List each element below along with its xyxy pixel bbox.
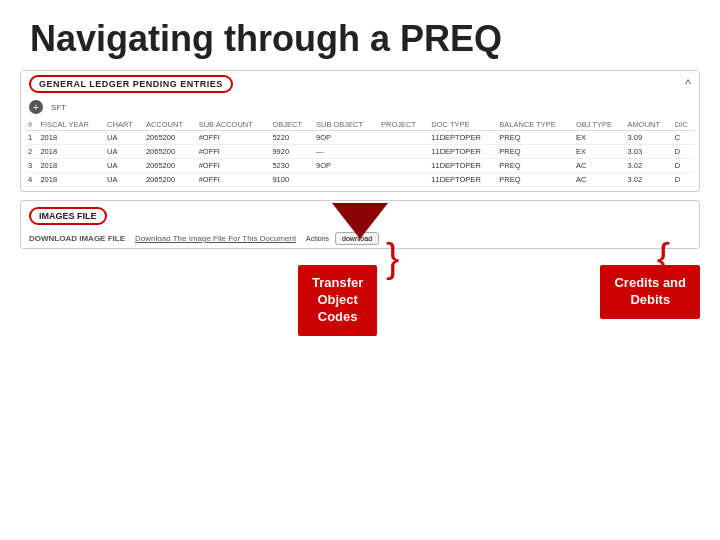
table-cell: 2018: [37, 145, 104, 159]
gl-header: GENERAL LEDGER PENDING ENTRIES ^: [21, 71, 699, 97]
table-cell: AC: [573, 173, 625, 187]
bottom-arrow-icon: [332, 203, 388, 239]
table-cell: 1: [25, 131, 37, 145]
table-cell: [378, 131, 428, 145]
table-cell: 2065200: [143, 131, 196, 145]
main-content: GENERAL LEDGER PENDING ENTRIES ^ + SFT #…: [0, 70, 720, 249]
credits-debits-callout: Credits and Debits: [600, 265, 700, 319]
download-image-link[interactable]: Download The Image File For This Documen…: [135, 234, 296, 243]
page-title: Navigating through a PREQ: [0, 0, 720, 70]
sft-row: + SFT: [21, 97, 699, 117]
collapse-button[interactable]: ^: [685, 77, 691, 91]
table-cell: 2065200: [143, 159, 196, 173]
table-cell: 3: [25, 159, 37, 173]
gl-table-wrapper: # FISCAL YEAR CHART ACCOUNT SUB ACCOUNT …: [21, 117, 699, 191]
col-dc: D/C: [672, 119, 695, 131]
gl-panel: GENERAL LEDGER PENDING ENTRIES ^ + SFT #…: [20, 70, 700, 192]
table-cell: UA: [104, 131, 143, 145]
col-chart: CHART: [104, 119, 143, 131]
col-sub-account: SUB ACCOUNT: [196, 119, 270, 131]
table-row: 32018UA2065200#OFFI52309OP11DEPTOPERPREQ…: [25, 159, 695, 173]
table-cell: PREQ: [496, 145, 573, 159]
table-cell: UA: [104, 173, 143, 187]
col-object: OBJECT: [269, 119, 313, 131]
table-cell: EX: [573, 131, 625, 145]
gl-table: # FISCAL YEAR CHART ACCOUNT SUB ACCOUNT …: [25, 119, 695, 187]
table-cell: UA: [104, 145, 143, 159]
table-cell: 9100: [269, 173, 313, 187]
col-sub-object: SUB OBJECT: [313, 119, 378, 131]
table-cell: 9OP: [313, 159, 378, 173]
table-cell: 11DEPTOPER: [428, 145, 496, 159]
table-cell: [378, 145, 428, 159]
table-row: 12018UA2065200#OFFI52209OP11DEPTOPERPREQ…: [25, 131, 695, 145]
table-cell: AC: [573, 159, 625, 173]
col-num: #: [25, 119, 37, 131]
table-cell: C: [672, 131, 695, 145]
col-project: PROJECT: [378, 119, 428, 131]
table-cell: 2: [25, 145, 37, 159]
add-button[interactable]: +: [29, 100, 43, 114]
table-cell: 2065200: [143, 145, 196, 159]
table-cell: 11DEPTOPER: [428, 173, 496, 187]
table-cell: PREQ: [496, 131, 573, 145]
col-fiscal-year: FISCAL YEAR: [37, 119, 104, 131]
table-cell: D: [672, 145, 695, 159]
table-cell: 5220: [269, 131, 313, 145]
table-row: 42018UA2065200#OFFI910011DEPTOPERPREQAC3…: [25, 173, 695, 187]
table-cell: #OFFI: [196, 145, 270, 159]
col-account: ACCOUNT: [143, 119, 196, 131]
table-cell: 11DEPTOPER: [428, 159, 496, 173]
table-cell: 3.03: [625, 145, 672, 159]
col-balance-type: BALANCE TYPE: [496, 119, 573, 131]
table-cell: #OFFI: [196, 159, 270, 173]
table-cell: 3.02: [625, 173, 672, 187]
credits-line2: Debits: [630, 292, 670, 307]
sft-label: SFT: [51, 103, 66, 112]
transfer-object-codes-callout: Transfer Object Codes: [298, 265, 377, 336]
actions-label: Actions: [306, 235, 329, 242]
table-cell: [378, 159, 428, 173]
table-cell: UA: [104, 159, 143, 173]
table-cell: D: [672, 173, 695, 187]
table-cell: 2065200: [143, 173, 196, 187]
table-cell: PREQ: [496, 173, 573, 187]
table-cell: 4: [25, 173, 37, 187]
credits-line1: Credits and: [614, 275, 686, 290]
table-cell: PREQ: [496, 159, 573, 173]
col-doc-type: DOC TYPE: [428, 119, 496, 131]
table-cell: [378, 173, 428, 187]
table-cell: 2018: [37, 173, 104, 187]
table-cell: ---: [313, 145, 378, 159]
transfer-line2: Object: [317, 292, 357, 307]
table-cell: EX: [573, 145, 625, 159]
transfer-line3: Codes: [318, 309, 358, 324]
table-cell: 11DEPTOPER: [428, 131, 496, 145]
table-row: 22018UA2065200#OFFI9920---11DEPTOPERPREQ…: [25, 145, 695, 159]
table-cell: 9920: [269, 145, 313, 159]
images-header-label: IMAGES FILE: [29, 207, 107, 225]
table-header-row: # FISCAL YEAR CHART ACCOUNT SUB ACCOUNT …: [25, 119, 695, 131]
table-cell: 2018: [37, 159, 104, 173]
table-cell: 3.02: [625, 159, 672, 173]
col-obj-type: OBJ TYPE: [573, 119, 625, 131]
table-cell: 5230: [269, 159, 313, 173]
table-cell: D: [672, 159, 695, 173]
download-image-file-label: DOWNLOAD IMAGE FILE: [29, 232, 125, 245]
table-cell: [313, 173, 378, 187]
table-cell: #OFFI: [196, 173, 270, 187]
gl-header-label: GENERAL LEDGER PENDING ENTRIES: [29, 75, 233, 93]
table-cell: #OFFI: [196, 131, 270, 145]
transfer-line1: Transfer: [312, 275, 363, 290]
left-brace-icon: }: [386, 238, 399, 278]
table-cell: 3.09: [625, 131, 672, 145]
col-amount: AMOUNT: [625, 119, 672, 131]
table-cell: 2018: [37, 131, 104, 145]
table-cell: 9OP: [313, 131, 378, 145]
